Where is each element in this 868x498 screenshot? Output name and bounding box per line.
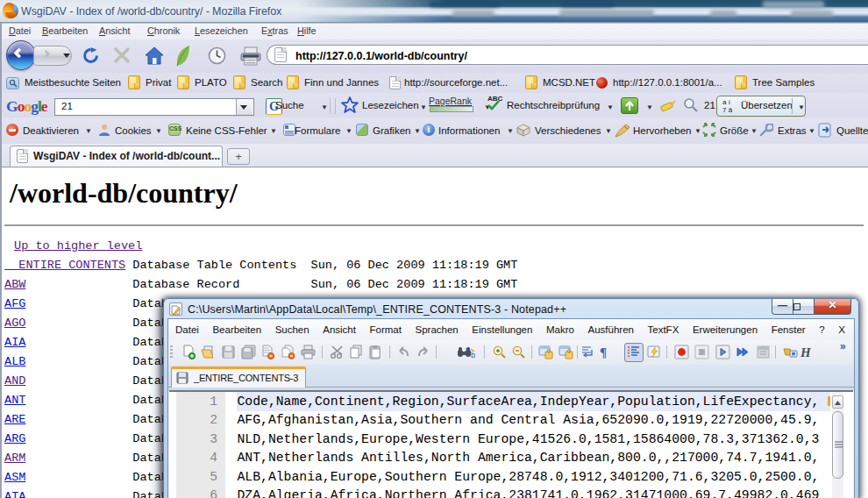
svg-text:b: b bbox=[471, 351, 475, 359]
svg-text:H: H bbox=[800, 345, 812, 359]
svg-text:¶: ¶ bbox=[600, 345, 607, 359]
svg-text:a: a bbox=[465, 345, 469, 354]
